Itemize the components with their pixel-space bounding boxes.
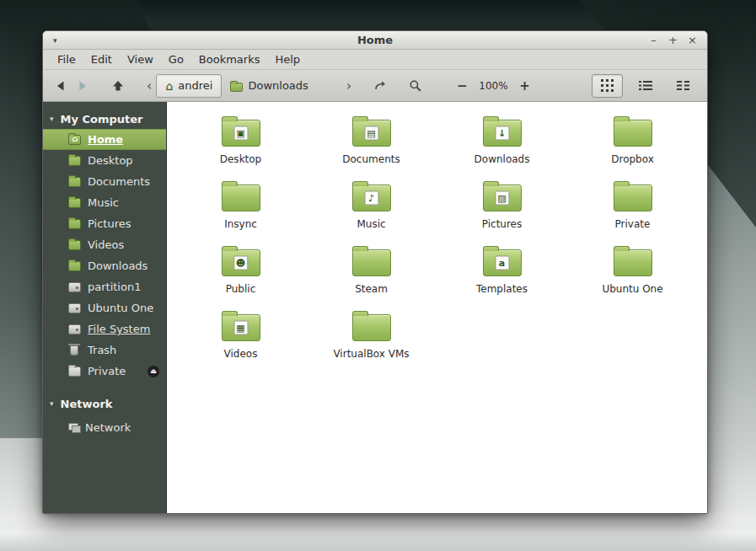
sidebar-section-label: Network [61, 398, 113, 410]
folder-icon [614, 185, 652, 211]
compact-view-icon [677, 80, 690, 91]
menu-go[interactable]: Go [161, 51, 191, 67]
folder-label: Downloads [475, 153, 530, 165]
expander-caret-icon[interactable]: ▾ [50, 115, 54, 123]
folder-item[interactable]: Private [567, 179, 698, 243]
sidebar: ▾ My Computer Home Desktop Documents Mus… [43, 102, 167, 513]
toggle-location-entry-button[interactable] [369, 74, 391, 98]
sidebar-item-label: Private [88, 365, 126, 377]
breadcrumb-scroll-left-icon[interactable]: ‹ [142, 79, 156, 93]
sidebar-item-desktop[interactable]: Desktop [43, 150, 166, 171]
folder-item[interactable]: ▨ Pictures [437, 179, 567, 243]
breadcrumb-home-button[interactable]: ⌂ andrei [156, 74, 222, 98]
folder-emblem-icon: ☻ [233, 256, 248, 270]
folder-item[interactable]: ▤ Documents [306, 114, 437, 179]
sidebar-item-partition1[interactable]: partition1 [43, 276, 166, 297]
toolbar: ‹ ⌂ andrei Downloads › − 100% + [43, 70, 707, 102]
toggle-location-entry-icon [373, 79, 388, 93]
folder-label: Dropbox [611, 153, 654, 165]
sidebar-item-label: Ubuntu One [88, 302, 153, 314]
drive-icon [68, 303, 81, 313]
sidebar-section-network[interactable]: ▾ Network [43, 393, 166, 414]
folder-item[interactable]: ↓ Downloads [437, 114, 567, 179]
search-icon [409, 79, 422, 93]
forward-button[interactable] [72, 74, 94, 98]
folder-item[interactable]: Dropbox [567, 114, 698, 179]
folder-icon [68, 219, 81, 229]
folder-icon [614, 120, 652, 147]
sidebar-item-network[interactable]: Network [43, 417, 166, 438]
icon-view-grid-icon [601, 79, 614, 92]
sidebar-item-label: Documents [88, 175, 150, 188]
back-button[interactable] [50, 74, 72, 98]
sidebar-item-label: Downloads [88, 259, 147, 272]
icon-view-button[interactable] [592, 74, 623, 98]
zoom-out-button[interactable]: − [452, 78, 472, 94]
folder-icon: ▨ [483, 185, 522, 211]
drive-icon [68, 324, 81, 334]
folder-item[interactable]: Steam [306, 243, 437, 308]
folder-emblem-icon: ▨ [495, 191, 509, 206]
sidebar-item-home[interactable]: Home [43, 129, 166, 150]
sidebar-item-downloads[interactable]: Downloads [43, 255, 166, 276]
sidebar-section-label: My Computer [61, 113, 143, 126]
menu-file[interactable]: File [50, 51, 83, 67]
folder-item[interactable]: a Templates [437, 243, 567, 308]
folder-item[interactable]: ☻ Public [175, 243, 306, 308]
menu-edit[interactable]: Edit [83, 51, 120, 67]
eject-icon[interactable]: ⏏ [147, 366, 159, 377]
sidebar-item-videos[interactable]: Videos [43, 234, 166, 255]
sidebar-item-label: Trash [88, 344, 116, 356]
sidebar-section-my-computer[interactable]: ▾ My Computer [43, 109, 166, 129]
folder-icon: ↓ [483, 120, 522, 147]
folder-icon: ☻ [222, 249, 260, 276]
sidebar-item-label: Pictures [88, 217, 131, 230]
sidebar-item-pictures[interactable]: Pictures [43, 213, 166, 234]
trash-icon [70, 345, 78, 356]
breadcrumb-downloads-button[interactable]: Downloads [222, 74, 316, 98]
menu-view[interactable]: View [120, 51, 161, 67]
folder-label: Documents [342, 153, 399, 165]
up-arrow-icon [111, 79, 125, 93]
file-view[interactable]: ▣ Desktop ▤ Documents ↓ Downloads Dropbo… [167, 102, 707, 513]
folder-label: Private [615, 218, 651, 230]
folder-label: Pictures [482, 218, 523, 230]
menu-help[interactable]: Help [267, 51, 308, 67]
close-button[interactable]: × [685, 34, 700, 47]
sidebar-item-private[interactable]: Private ⏏ [43, 361, 166, 382]
zoom-in-button[interactable]: + [515, 78, 535, 94]
folder-item[interactable]: Insync [175, 179, 306, 243]
folder-item[interactable]: Ubuntu One [567, 243, 698, 308]
sidebar-item-trash[interactable]: Trash [43, 340, 166, 361]
folder-emblem-icon: ▤ [364, 126, 378, 141]
folder-label: Desktop [220, 153, 262, 165]
maximize-button[interactable]: + [666, 34, 680, 47]
sidebar-item-music[interactable]: Music [43, 192, 166, 213]
folder-item[interactable]: VirtualBox VMs [306, 308, 437, 373]
sidebar-item-ubuntu-one[interactable]: Ubuntu One [43, 297, 166, 318]
minimize-button[interactable]: – [646, 34, 661, 47]
breadcrumb-scroll-right-icon[interactable]: › [342, 79, 356, 93]
expander-caret-icon[interactable]: ▾ [50, 399, 54, 408]
sidebar-item-file-system[interactable]: File System [43, 318, 166, 340]
sidebar-item-label: partition1 [88, 281, 141, 293]
folder-icon: ♪ [352, 185, 391, 211]
search-button[interactable] [405, 74, 426, 98]
sidebar-item-label: Network [85, 421, 131, 434]
up-button[interactable] [107, 74, 129, 98]
compact-view-button[interactable] [668, 74, 699, 98]
menu-bookmarks[interactable]: Bookmarks [191, 51, 268, 67]
folder-emblem-icon: ♪ [364, 191, 378, 206]
home-icon [68, 135, 81, 145]
wallpaper-snow-band [0, 511, 756, 551]
folder-item[interactable]: ▦ Videos [175, 308, 306, 373]
breadcrumb-home-label: andrei [178, 79, 212, 92]
sidebar-item-label: Videos [88, 238, 124, 251]
folder-item[interactable]: ▣ Desktop [175, 114, 306, 179]
folder-label: Music [357, 218, 385, 230]
list-view-button[interactable] [630, 74, 661, 98]
folder-item[interactable]: ♪ Music [306, 179, 437, 243]
sidebar-item-documents[interactable]: Documents [43, 171, 166, 192]
title-bar[interactable]: ▾ Home – + × [43, 31, 707, 50]
drive-icon [68, 282, 81, 292]
